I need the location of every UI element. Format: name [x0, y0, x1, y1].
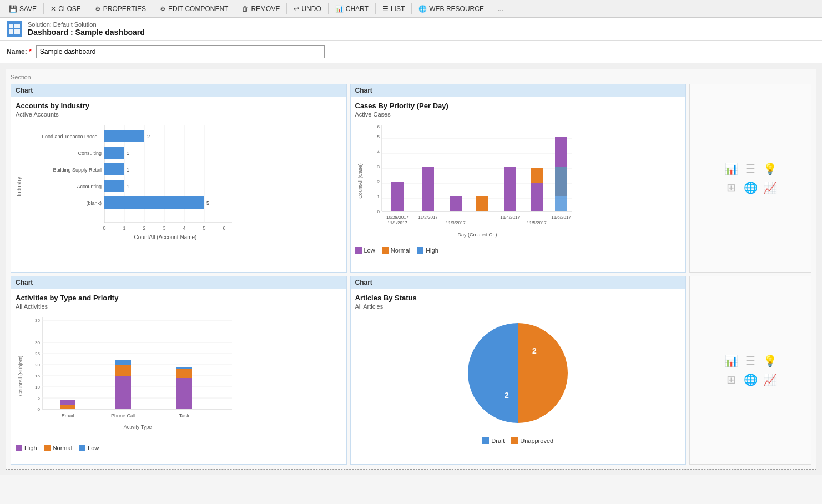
accounts-bar-chart: Industry 0 1 2 3 4 5 6 CountAll (Accoun [16, 120, 238, 248]
draft-color [482, 437, 489, 444]
main-content: Section Chart Accounts by Industry Activ… [0, 63, 822, 475]
legend-normal-act: Normal [44, 445, 72, 451]
list-icon-empty2[interactable]: ☰ [744, 354, 758, 367]
list-icon-empty[interactable]: ☰ [744, 162, 758, 175]
svg-text:10/28/2017: 10/28/2017 [386, 215, 409, 220]
list-button[interactable]: ☰ LIST [378, 3, 409, 14]
activities-bar-chart: CountAll (Subject) 0 5 10 15 20 25 30 35 [16, 312, 238, 440]
chart-icon: 📊 [335, 5, 344, 13]
separator [491, 3, 491, 14]
svg-text:2: 2 [147, 134, 150, 139]
cases-chart-subtitle: Active Cases [355, 111, 682, 118]
low-color-act [79, 445, 85, 451]
articles-chart-header: Chart [351, 276, 686, 289]
svg-rect-56 [531, 168, 543, 183]
articles-pie-chart: 2 2 [462, 317, 573, 429]
trend-icon-empty2[interactable]: 📈 [763, 373, 777, 386]
svg-text:1: 1 [377, 194, 380, 199]
svg-rect-55 [531, 183, 543, 211]
save-button[interactable]: 💾 SAVE [4, 3, 41, 14]
svg-text:5: 5 [203, 225, 205, 231]
globe-icon-empty2[interactable]: 🌐 [744, 373, 758, 386]
svg-text:1: 1 [127, 184, 129, 189]
unapproved-color [511, 437, 518, 444]
high-color [417, 247, 423, 254]
grid-icon-empty2[interactable]: ⊞ [724, 373, 738, 386]
svg-rect-88 [115, 376, 131, 409]
cases-legend: Low Normal High [355, 247, 682, 254]
svg-text:0: 0 [38, 407, 41, 412]
gear-icon: ⚙ [95, 5, 101, 13]
svg-text:5: 5 [38, 396, 41, 401]
svg-rect-32 [104, 196, 204, 209]
legend-low-act: Low [79, 445, 99, 451]
cases-chart-title: Cases By Priority (Per Day) [355, 102, 682, 110]
accounts-chart-subtitle: Active Accounts [16, 111, 342, 118]
svg-rect-54 [504, 167, 516, 211]
articles-chart-title: Articles By Status [355, 294, 682, 302]
high-color-act [16, 445, 22, 451]
header-text-block: Solution: Default Solution Dashboard : S… [28, 21, 145, 37]
edit-component-button[interactable]: ⚙ EDIT COMPONENT [155, 3, 233, 14]
svg-text:Phone Call: Phone Call [111, 413, 135, 419]
name-label: Name: * [7, 48, 33, 56]
legend-unapproved: Unapproved [511, 437, 553, 444]
trend-icon-empty[interactable]: 📈 [763, 181, 777, 194]
cases-chart-body: Cases By Priority (Per Day) Active Cases… [351, 97, 686, 258]
svg-text:11/4/2017: 11/4/2017 [500, 215, 520, 220]
svg-rect-57 [555, 137, 567, 167]
cases-chart-header: Chart [351, 84, 686, 97]
svg-text:4: 4 [377, 149, 380, 154]
accounts-by-industry-panel: Chart Accounts by Industry Active Accoun… [11, 84, 347, 273]
properties-button[interactable]: ⚙ PROPERTIES [90, 3, 150, 14]
unapproved-label: Unapproved [520, 437, 553, 444]
more-button[interactable]: ... [493, 3, 508, 14]
globe-icon: 🌐 [418, 5, 427, 13]
svg-text:2: 2 [505, 391, 509, 400]
svg-rect-52 [450, 196, 462, 211]
svg-rect-90 [115, 360, 131, 365]
lightbulb-icon-empty2[interactable]: 💡 [763, 354, 777, 367]
svg-text:2: 2 [143, 225, 145, 231]
svg-text:(blank): (blank) [86, 200, 102, 206]
svg-rect-91 [176, 378, 192, 409]
accounts-chart-title: Accounts by Industry [16, 102, 342, 110]
chart-icon-empty[interactable]: 📊 [724, 162, 738, 175]
svg-text:35: 35 [35, 318, 40, 323]
svg-text:3: 3 [163, 225, 165, 231]
separator [235, 3, 235, 14]
separator [411, 3, 412, 14]
svg-text:11/5/2017: 11/5/2017 [527, 220, 547, 225]
svg-text:4: 4 [183, 225, 185, 231]
activities-chart-body: Activities by Type and Priority All Acti… [11, 289, 346, 456]
grid-icon-empty[interactable]: ⊞ [724, 181, 738, 194]
separator [286, 3, 287, 14]
web-resource-button[interactable]: 🌐 WEB RESOURCE [414, 3, 488, 14]
svg-rect-20 [104, 130, 144, 142]
separator [153, 3, 153, 14]
chart-icon-empty2[interactable]: 📊 [724, 354, 738, 367]
remove-button[interactable]: 🗑 REMOVE [238, 3, 284, 14]
articles-panel: Chart Articles By Status All Articles 2 [350, 276, 687, 465]
high-act-label: High [24, 445, 37, 451]
separator [328, 3, 329, 14]
chart-button[interactable]: 📊 CHART [331, 3, 373, 14]
svg-rect-3 [14, 29, 20, 34]
section-label: Section [11, 74, 811, 80]
accounts-chart-header: Chart [11, 84, 346, 97]
close-button[interactable]: ✕ CLOSE [46, 3, 85, 14]
svg-rect-93 [176, 367, 192, 369]
name-row: Name: * [0, 41, 822, 63]
legend-high-act: High [16, 445, 37, 451]
svg-text:15: 15 [35, 374, 40, 379]
normal-color [382, 247, 389, 254]
separator [375, 3, 376, 14]
legend-normal: Normal [382, 247, 410, 254]
dashboard-name-input[interactable] [36, 45, 325, 58]
lightbulb-icon-empty[interactable]: 💡 [763, 162, 777, 175]
activities-panel: Chart Activities by Type and Priority Al… [11, 276, 347, 465]
undo-button[interactable]: ↩ UNDO [289, 3, 325, 14]
globe-icon-empty[interactable]: 🌐 [744, 181, 758, 194]
list-icon: ☰ [382, 5, 389, 13]
legend-draft: Draft [482, 437, 505, 444]
